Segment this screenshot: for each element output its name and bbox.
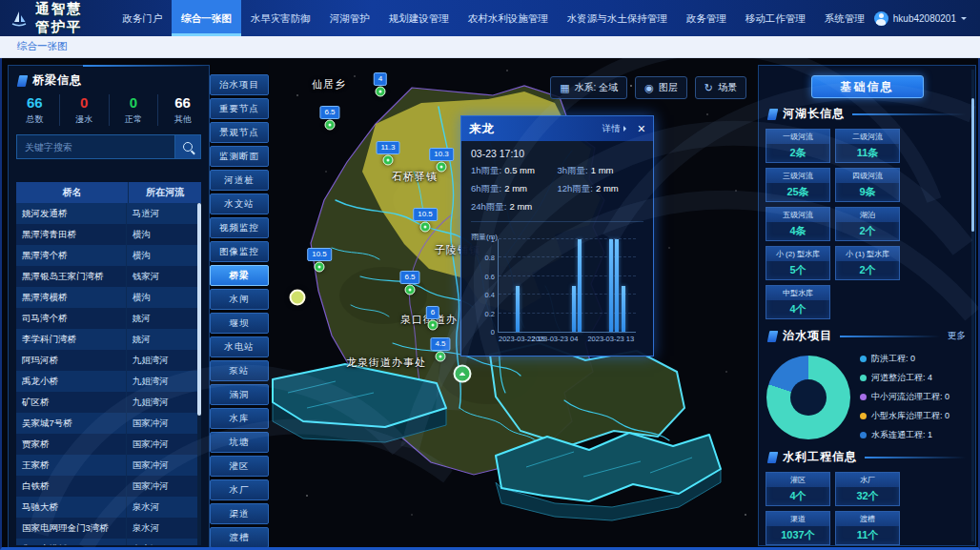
layer-item[interactable]: 水文站: [210, 194, 269, 214]
layer-item[interactable]: 坑塘: [210, 432, 269, 453]
panel-scrollbar-thumb[interactable]: [971, 98, 974, 232]
bridge-table-row[interactable]: 姚河发通桥马道河: [16, 203, 201, 224]
station-marker-icon[interactable]: [315, 262, 325, 273]
bridge-table-row[interactable]: 禹龙小桥九姐湾河: [16, 371, 201, 392]
station-badge[interactable]: 11.3: [377, 141, 400, 154]
layer-item[interactable]: 泵站: [210, 360, 269, 381]
bridge-table-row[interactable]: 吴家城7号桥国家冲河: [16, 413, 201, 434]
station-badge[interactable]: 4.5: [430, 337, 450, 351]
card-value: 1037个: [766, 526, 829, 544]
bridge-table-row[interactable]: 马驰大桥泉水河: [16, 497, 201, 518]
layer-item[interactable]: 桥梁: [210, 265, 269, 286]
top-navbar: 水系连通智慧管护平台 政务门户综合一张图水旱灾害防御河湖管护规划建设管理农村水利…: [0, 0, 980, 36]
card-label: 湖泊: [836, 208, 899, 222]
layer-item[interactable]: 治水项目: [210, 74, 269, 95]
station-marker-icon[interactable]: [383, 155, 394, 166]
bridge-table-row[interactable]: 矿区桥九姐湾河: [16, 392, 201, 413]
popup-body: 03-23 17:10 1h雨量:0.5 mm3h雨量:1 mm6h雨量:2 m…: [461, 141, 653, 356]
station-marker-icon[interactable]: [437, 162, 447, 173]
station-badge[interactable]: 10.5: [413, 208, 438, 221]
layer-item[interactable]: 监测断面: [210, 146, 269, 167]
location-pin-icon[interactable]: [454, 365, 472, 383]
station-marker-icon[interactable]: [420, 222, 431, 233]
card-value: 2条: [766, 144, 829, 162]
bridge-table-row[interactable]: 黑潭湾横桥横沟: [16, 287, 201, 308]
close-icon[interactable]: ×: [638, 122, 645, 135]
legend-dot-icon: [860, 394, 867, 400]
map-control-scene[interactable]: ↻场景: [695, 76, 746, 99]
bridge-table-row[interactable]: 集团水塔桥泉水河: [16, 539, 201, 545]
username: hkub42080201: [893, 13, 956, 24]
layer-item[interactable]: 渠道: [210, 503, 269, 524]
bridge-table-row[interactable]: 司马湾个桥姚河: [16, 308, 201, 329]
bridge-table-row[interactable]: 王家桥国家冲河: [16, 455, 201, 476]
layer-item[interactable]: 景观节点: [210, 122, 269, 143]
bridge-table-row[interactable]: 阿玛河桥九姐湾河: [16, 350, 201, 371]
layer-item[interactable]: 渡槽: [210, 527, 269, 548]
nav-item[interactable]: 规划建设管理: [379, 0, 459, 36]
user-menu[interactable]: hkub42080201: [874, 11, 967, 26]
station-marker-icon[interactable]: [376, 87, 386, 97]
station-marker-icon[interactable]: [428, 320, 439, 331]
nav-item[interactable]: 综合一张图: [172, 0, 241, 36]
layer-item[interactable]: 河道桩: [210, 170, 269, 191]
nav-item[interactable]: 政务管理: [677, 0, 736, 36]
bridge-table-row[interactable]: 贾家桥国家冲河: [16, 434, 201, 455]
station-badge[interactable]: 6.5: [319, 106, 339, 119]
more-link[interactable]: 更多: [948, 330, 966, 342]
bridge-table-row[interactable]: 国家电网理金门3湾桥泉水河: [16, 518, 201, 539]
layer-item[interactable]: 图像监控: [210, 241, 269, 262]
card-value: 4个: [766, 300, 829, 318]
layer-item[interactable]: 视频监控: [210, 217, 269, 238]
nav-item[interactable]: 政务门户: [112, 0, 172, 36]
engineering-cards: 灌区4个水厂32个渠道1037个渡槽11个堰坝37个泵站27个水闸47个桥梁66…: [759, 469, 975, 550]
poi-marker[interactable]: [290, 290, 306, 306]
stat-card: 灌区4个: [766, 472, 830, 506]
layer-item[interactable]: 水厂: [210, 479, 269, 500]
map-control-label: 图层: [659, 81, 678, 94]
nav-item[interactable]: 水资源与水土保持管理: [558, 0, 677, 36]
search-input[interactable]: [17, 135, 174, 158]
map-control-grid[interactable]: ▦水系: 全域: [550, 76, 627, 99]
bridge-table-row[interactable]: 黑潭银岛王家门湾桥钱家河: [16, 266, 201, 287]
panel-tag-icon: [17, 75, 29, 87]
layer-item[interactable]: 水电站: [210, 336, 269, 357]
station-marker-icon[interactable]: [436, 352, 446, 362]
nav-item[interactable]: 河湖管护: [320, 0, 379, 36]
station-marker-icon[interactable]: [325, 120, 336, 131]
layer-item[interactable]: 涵洞: [210, 384, 269, 405]
user-avatar-icon: [874, 11, 888, 26]
station-badge[interactable]: 10.3: [429, 148, 454, 161]
station-badge[interactable]: 10.5: [307, 248, 332, 261]
cell-river-name: 国家冲河: [127, 434, 201, 455]
nav-item[interactable]: 系统管理: [815, 0, 874, 36]
basic-info-tab[interactable]: 基础信息: [811, 75, 924, 98]
station-badge[interactable]: 4: [374, 72, 387, 86]
station-marker-icon[interactable]: [405, 285, 416, 295]
bridge-table-row[interactable]: 黑潭湾个桥横沟: [16, 245, 201, 266]
bridge-table-row[interactable]: 李学科门湾桥姚河: [16, 329, 201, 350]
cell-bridge-name: 贾家桥: [16, 434, 127, 455]
table-scrollbar-thumb[interactable]: [197, 203, 201, 416]
cell-river-name: 姚河: [127, 308, 201, 329]
layer-item[interactable]: 重要节点: [210, 98, 269, 119]
nav-item[interactable]: 农村水利设施管理: [459, 0, 558, 36]
layer-item[interactable]: 堰坝: [210, 313, 269, 334]
map-control-layers[interactable]: ◉图层: [635, 76, 687, 99]
search-button[interactable]: [174, 135, 200, 158]
cell-bridge-name: 姚河发通桥: [16, 203, 127, 224]
layer-item[interactable]: 水闸: [210, 289, 269, 310]
bridge-table-row[interactable]: 白铁桥国家冲河: [16, 476, 201, 497]
y-tick-label: 0.2: [485, 309, 495, 317]
bridge-table-row[interactable]: 黑潭湾青田桥横沟: [16, 224, 201, 245]
layer-item[interactable]: 水库: [210, 408, 269, 429]
popup-details-link[interactable]: 详情: [602, 123, 629, 135]
nav-item[interactable]: 移动工作管理: [736, 0, 815, 36]
breadcrumb[interactable]: 综合一张图: [17, 40, 68, 53]
map-control-label: 场景: [718, 81, 737, 94]
station-badge[interactable]: 6.5: [399, 271, 419, 284]
nav-item[interactable]: 水旱灾害防御: [241, 0, 320, 36]
station-badge[interactable]: 6: [426, 306, 439, 319]
cell-bridge-name: 白铁桥: [16, 476, 127, 497]
layer-item[interactable]: 灌区: [210, 456, 269, 477]
